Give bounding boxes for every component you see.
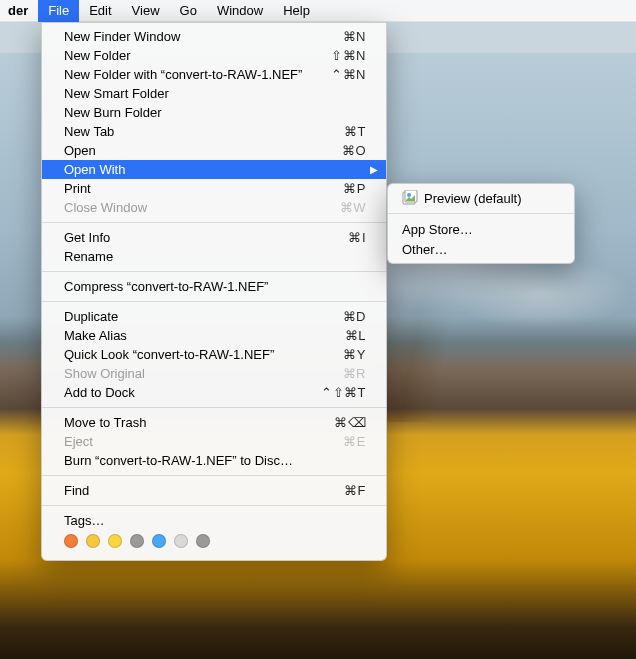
menu-item-label: Duplicate <box>64 309 312 324</box>
menu-item-shortcut: ⇧⌘N <box>312 48 366 63</box>
menu-item-shortcut: ⌘L <box>312 328 366 343</box>
menu-item-rename[interactable]: Rename <box>42 247 386 266</box>
open-with-submenu: Preview (default)App Store…Other… <box>387 183 575 264</box>
menu-separator <box>42 407 386 408</box>
submenu-item-label: Other… <box>402 242 558 257</box>
menu-item-label: Find <box>64 483 312 498</box>
menu-separator <box>42 271 386 272</box>
menu-item-new-finder-window[interactable]: New Finder Window⌘N <box>42 27 386 46</box>
menu-item-make-alias[interactable]: Make Alias⌘L <box>42 326 386 345</box>
menu-separator <box>42 475 386 476</box>
tag-color-dot[interactable] <box>196 534 210 548</box>
menu-item-label: Show Original <box>64 366 312 381</box>
svg-point-2 <box>407 193 411 197</box>
file-menu-dropdown: New Finder Window⌘NNew Folder⇧⌘NNew Fold… <box>41 22 387 561</box>
tag-color-dot[interactable] <box>174 534 188 548</box>
menu-item-label: New Tab <box>64 124 312 139</box>
menu-item-label: Close Window <box>64 200 312 215</box>
menu-item-close-window: Close Window⌘W <box>42 198 386 217</box>
menu-item-tags[interactable]: Tags… <box>42 511 386 530</box>
menu-item-burn-convert-to-raw-1-nef-to-disc[interactable]: Burn “convert-to-RAW-1.NEF” to Disc… <box>42 451 386 470</box>
submenu-item-preview-default[interactable]: Preview (default) <box>388 188 574 208</box>
menu-item-shortcut: ⌃⇧⌘T <box>312 385 366 400</box>
menu-item-shortcut: ⌘E <box>312 434 366 449</box>
menu-item-quick-look-convert-to-raw-1-nef[interactable]: Quick Look “convert-to-RAW-1.NEF”⌘Y <box>42 345 386 364</box>
menu-item-shortcut: ⌘R <box>312 366 366 381</box>
menu-item-find[interactable]: Find⌘F <box>42 481 386 500</box>
tag-color-dot[interactable] <box>130 534 144 548</box>
menu-item-new-folder[interactable]: New Folder⇧⌘N <box>42 46 386 65</box>
menu-separator <box>42 505 386 506</box>
menu-item-label: Open With <box>64 162 366 177</box>
submenu-item-label: Preview (default) <box>424 191 558 206</box>
menu-item-print[interactable]: Print⌘P <box>42 179 386 198</box>
menu-item-new-burn-folder[interactable]: New Burn Folder <box>42 103 386 122</box>
menu-item-new-smart-folder[interactable]: New Smart Folder <box>42 84 386 103</box>
tag-color-dot[interactable] <box>108 534 122 548</box>
tag-color-dot[interactable] <box>64 534 78 548</box>
menu-item-label: Move to Trash <box>64 415 312 430</box>
menu-item-eject: Eject⌘E <box>42 432 386 451</box>
menubar-item-file[interactable]: File <box>38 0 79 22</box>
menu-item-shortcut: ⌘P <box>312 181 366 196</box>
menubar: der FileEditViewGoWindowHelp <box>0 0 636 22</box>
tag-color-dot[interactable] <box>86 534 100 548</box>
menu-item-label: New Smart Folder <box>64 86 366 101</box>
tag-color-row <box>42 530 386 552</box>
menu-item-get-info[interactable]: Get Info⌘I <box>42 228 386 247</box>
submenu-arrow-icon: ▶ <box>370 164 378 175</box>
menu-item-move-to-trash[interactable]: Move to Trash⌘⌫ <box>42 413 386 432</box>
menu-separator <box>42 222 386 223</box>
menu-item-label: Rename <box>64 249 366 264</box>
menu-item-new-tab[interactable]: New Tab⌘T <box>42 122 386 141</box>
menubar-item-go[interactable]: Go <box>170 0 207 22</box>
menubar-item-view[interactable]: View <box>122 0 170 22</box>
menu-item-shortcut: ⌘N <box>312 29 366 44</box>
menu-item-open-with[interactable]: Open With▶ <box>42 160 386 179</box>
submenu-item-other[interactable]: Other… <box>388 239 574 259</box>
menu-item-shortcut: ⌘F <box>312 483 366 498</box>
menu-item-shortcut: ⌘D <box>312 309 366 324</box>
menu-separator <box>42 301 386 302</box>
preview-app-icon <box>402 190 418 206</box>
menu-item-shortcut: ⌘Y <box>312 347 366 362</box>
menu-item-label: Eject <box>64 434 312 449</box>
menu-item-label: Add to Dock <box>64 385 312 400</box>
submenu-item-app-store[interactable]: App Store… <box>388 219 574 239</box>
menu-item-shortcut: ⌘I <box>312 230 366 245</box>
menubar-item-window[interactable]: Window <box>207 0 273 22</box>
menu-item-label: Tags… <box>64 513 366 528</box>
tag-color-dot[interactable] <box>152 534 166 548</box>
menu-item-shortcut: ⌘O <box>312 143 366 158</box>
menu-item-label: New Burn Folder <box>64 105 366 120</box>
menu-item-label: Print <box>64 181 312 196</box>
menu-item-label: Compress “convert-to-RAW-1.NEF” <box>64 279 366 294</box>
menubar-app-name[interactable]: der <box>0 0 38 22</box>
menu-item-add-to-dock[interactable]: Add to Dock⌃⇧⌘T <box>42 383 386 402</box>
menu-item-label: New Folder <box>64 48 312 63</box>
submenu-item-label: App Store… <box>402 222 558 237</box>
menubar-item-help[interactable]: Help <box>273 0 320 22</box>
menu-item-label: Open <box>64 143 312 158</box>
menu-item-new-folder-with-convert-to-raw-1-nef[interactable]: New Folder with “convert-to-RAW-1.NEF”⌃⌘… <box>42 65 386 84</box>
menu-item-shortcut: ⌘W <box>312 200 366 215</box>
menu-item-show-original: Show Original⌘R <box>42 364 386 383</box>
menu-item-label: Burn “convert-to-RAW-1.NEF” to Disc… <box>64 453 366 468</box>
menu-item-label: Quick Look “convert-to-RAW-1.NEF” <box>64 347 312 362</box>
menu-item-label: New Folder with “convert-to-RAW-1.NEF” <box>64 67 312 82</box>
menu-separator <box>388 213 574 214</box>
menu-item-shortcut: ⌃⌘N <box>312 67 366 82</box>
menu-item-shortcut: ⌘T <box>312 124 366 139</box>
menu-item-open[interactable]: Open⌘O <box>42 141 386 160</box>
menu-item-label: Make Alias <box>64 328 312 343</box>
menu-item-duplicate[interactable]: Duplicate⌘D <box>42 307 386 326</box>
menu-item-shortcut: ⌘⌫ <box>312 415 366 430</box>
menubar-item-edit[interactable]: Edit <box>79 0 121 22</box>
menu-item-label: Get Info <box>64 230 312 245</box>
menu-item-label: New Finder Window <box>64 29 312 44</box>
menu-item-compress-convert-to-raw-1-nef[interactable]: Compress “convert-to-RAW-1.NEF” <box>42 277 386 296</box>
